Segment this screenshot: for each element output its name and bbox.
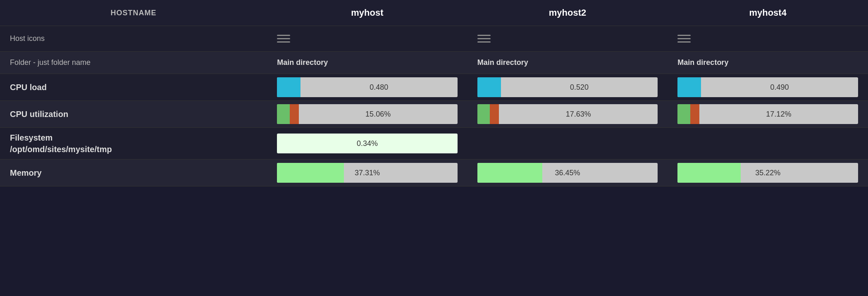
cpu-util-bar-1: 15.06% (277, 104, 458, 124)
memory-value-3: 35.22% (677, 169, 858, 177)
hamburger-icon-3[interactable] (677, 35, 858, 43)
folder-row: Folder - just folder name Main directory… (0, 52, 868, 74)
memory-cell-2: 36.45% (467, 160, 668, 186)
hamburger-line (277, 38, 290, 39)
filesystem-value-1: 0.34% (277, 139, 458, 148)
cpu-load-blue-1 (277, 77, 300, 97)
filesystem-row: Filesystem /opt/omd/sites/mysite/tmp 0.3… (0, 128, 868, 160)
cpu-util-label: CPU utilization (0, 101, 267, 128)
host-icons-label: Host icons (0, 26, 267, 52)
folder-text-2: Main directory (477, 58, 528, 67)
cpu-util-row: CPU utilization 15.06% 17.63% (0, 101, 868, 128)
memory-cell-3: 35.22% (668, 160, 868, 186)
hamburger-line (477, 38, 491, 39)
host3-icons-cell (668, 26, 868, 52)
cpu-util-orange-2 (490, 104, 499, 124)
memory-cell-1: 37.31% (267, 160, 467, 186)
memory-row: Memory 37.31% 36.45% 35.22% (0, 160, 868, 186)
cpu-load-value-2: 0.520 (501, 83, 658, 92)
host-icons-row: Host icons (0, 26, 868, 52)
filesystem-label-line2: /opt/omd/sites/mysite/tmp (10, 145, 112, 154)
host1-icons-cell (267, 26, 467, 52)
cpu-load-row: CPU load 0.480 0.520 0.490 (0, 74, 868, 101)
folder-label: Folder - just folder name (0, 52, 267, 74)
cpu-load-value-3: 0.490 (701, 83, 858, 92)
cpu-load-bar-3: 0.490 (677, 77, 858, 97)
folder-text-1: Main directory (277, 58, 328, 67)
cpu-util-bar-3: 17.12% (677, 104, 858, 124)
filesystem-label: Filesystem /opt/omd/sites/mysite/tmp (0, 128, 267, 160)
hamburger-line (277, 41, 290, 43)
cpu-util-orange-1 (290, 104, 299, 124)
hamburger-line (677, 35, 691, 36)
cpu-util-orange-3 (690, 104, 699, 124)
filesystem-cell-1: 0.34% (267, 128, 467, 160)
host2-header: myhost2 (467, 0, 668, 26)
cpu-util-green-1 (277, 104, 290, 124)
cpu-util-cell-2: 17.63% (467, 101, 668, 128)
memory-label: Memory (0, 160, 267, 186)
hamburger-line (677, 41, 691, 43)
cpu-load-blue-2 (477, 77, 501, 97)
hamburger-icon-2[interactable] (477, 35, 658, 43)
hamburger-line (477, 35, 491, 36)
folder-value-2: Main directory (467, 52, 668, 74)
cpu-util-value-3: 17.12% (699, 110, 858, 119)
cpu-load-label: CPU load (0, 74, 267, 101)
cpu-util-value-1: 15.06% (299, 110, 458, 119)
cpu-util-green-2 (477, 104, 490, 124)
memory-value-2: 36.45% (477, 169, 658, 177)
folder-value-3: Main directory (668, 52, 868, 74)
filesystem-cell-3 (668, 128, 868, 160)
cpu-load-cell-3: 0.490 (668, 74, 868, 101)
cpu-load-value-1: 0.480 (300, 83, 458, 92)
host3-header: myhost4 (668, 0, 868, 26)
memory-bar-2: 36.45% (477, 163, 658, 183)
hamburger-line (677, 38, 691, 39)
cpu-load-bar-2: 0.520 (477, 77, 658, 97)
cpu-load-cell-1: 0.480 (267, 74, 467, 101)
hamburger-line (477, 41, 491, 43)
host1-header: myhost (267, 0, 467, 26)
cpu-util-bar-2: 17.63% (477, 104, 658, 124)
memory-bar-1: 37.31% (277, 163, 458, 183)
hostname-header: HOSTNAME (0, 0, 267, 26)
cpu-load-blue-3 (677, 77, 701, 97)
filesystem-cell-2 (467, 128, 668, 160)
cpu-util-value-2: 17.63% (499, 110, 658, 119)
memory-value-1: 37.31% (277, 169, 458, 177)
hamburger-line (277, 35, 290, 36)
memory-bar-3: 35.22% (677, 163, 858, 183)
hamburger-icon-1[interactable] (277, 35, 458, 43)
cpu-util-cell-3: 17.12% (668, 101, 868, 128)
filesystem-label-line1: Filesystem (10, 133, 52, 142)
cpu-load-cell-2: 0.520 (467, 74, 668, 101)
header-row: HOSTNAME myhost myhost2 myhost4 (0, 0, 868, 26)
host2-icons-cell (467, 26, 668, 52)
cpu-util-green-3 (677, 104, 690, 124)
cpu-util-cell-1: 15.06% (267, 101, 467, 128)
main-table: HOSTNAME myhost myhost2 myhost4 Host ico… (0, 0, 868, 186)
folder-text-3: Main directory (677, 58, 728, 67)
folder-value-1: Main directory (267, 52, 467, 74)
filesystem-bar-1: 0.34% (277, 134, 458, 153)
cpu-load-bar-1: 0.480 (277, 77, 458, 97)
